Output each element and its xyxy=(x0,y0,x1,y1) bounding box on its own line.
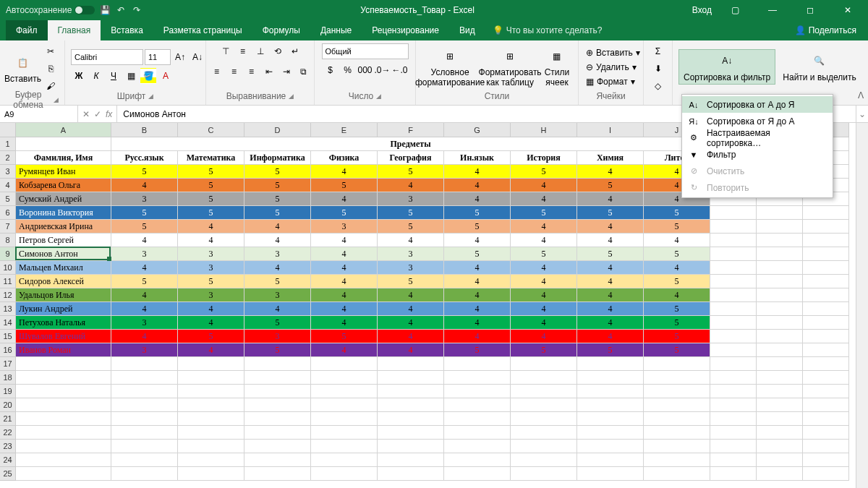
cell[interactable]: 4 xyxy=(378,316,444,330)
font-name-combo[interactable]: Calibri xyxy=(71,49,143,65)
autosave-toggle[interactable]: Автосохранение xyxy=(6,5,95,15)
format-cells-button[interactable]: ▦Формат▾ xyxy=(584,74,642,89)
cell[interactable] xyxy=(803,440,849,453)
cell[interactable] xyxy=(16,137,111,151)
cell[interactable] xyxy=(178,440,244,453)
cell[interactable] xyxy=(803,371,849,385)
cell[interactable]: 4 xyxy=(577,192,644,206)
cell[interactable]: 5 xyxy=(444,220,511,234)
row-header[interactable]: 4 xyxy=(0,179,16,192)
cell[interactable]: 5 xyxy=(577,247,644,261)
cell[interactable] xyxy=(511,426,577,440)
number-format-combo[interactable]: Общий xyxy=(322,43,409,59)
cell[interactable] xyxy=(244,440,311,453)
align-middle-icon[interactable]: ≡ xyxy=(235,43,251,59)
cell[interactable] xyxy=(757,220,803,234)
cell[interactable] xyxy=(511,453,577,467)
align-left-icon[interactable]: ≡ xyxy=(209,64,225,80)
dialog-launcher-icon[interactable]: ◢ xyxy=(376,93,381,100)
cell[interactable]: 5 xyxy=(311,206,378,220)
cell[interactable]: География xyxy=(378,151,444,165)
cell[interactable] xyxy=(16,398,111,412)
vertical-scrollbar[interactable] xyxy=(856,123,868,488)
cell[interactable] xyxy=(511,440,577,453)
cell[interactable]: 4 xyxy=(311,275,378,288)
cell[interactable]: 4 xyxy=(178,316,244,330)
cell[interactable]: 4 xyxy=(644,261,710,275)
cell[interactable]: 4 xyxy=(577,234,644,247)
cell[interactable]: 4 xyxy=(444,179,511,192)
cell[interactable]: 4 xyxy=(244,302,311,316)
cell[interactable]: История xyxy=(511,151,577,165)
row-header[interactable]: 1 xyxy=(0,137,16,151)
comma-icon[interactable]: 000 xyxy=(357,62,373,78)
fx-icon[interactable]: fx xyxy=(106,109,112,119)
cell[interactable]: Ин.язык xyxy=(444,151,511,165)
cell[interactable] xyxy=(244,412,311,426)
cell[interactable]: 4 xyxy=(378,343,444,357)
cell[interactable]: 4 xyxy=(577,330,644,343)
cell[interactable]: 4 xyxy=(577,288,644,302)
cell[interactable] xyxy=(757,453,803,467)
cell[interactable]: 5 xyxy=(244,343,311,357)
cell[interactable]: 5 xyxy=(444,247,511,261)
cell[interactable]: 4 xyxy=(244,234,311,247)
cell[interactable] xyxy=(710,275,757,288)
row-header[interactable]: 14 xyxy=(0,316,16,330)
cell[interactable]: 3 xyxy=(111,192,178,206)
cell[interactable]: 4 xyxy=(111,179,178,192)
cell[interactable] xyxy=(311,426,378,440)
row-header[interactable]: 13 xyxy=(0,302,16,316)
cell[interactable]: 5 xyxy=(178,179,244,192)
cell[interactable]: 3 xyxy=(244,247,311,261)
cell[interactable] xyxy=(178,453,244,467)
align-right-icon[interactable]: ≡ xyxy=(244,64,260,80)
cell[interactable] xyxy=(111,371,178,385)
cell[interactable] xyxy=(444,412,511,426)
cell[interactable]: 5 xyxy=(511,343,577,357)
cell[interactable] xyxy=(644,467,710,481)
column-header[interactable]: D xyxy=(244,123,311,137)
cell[interactable]: 4 xyxy=(577,165,644,179)
cell[interactable] xyxy=(16,357,111,371)
cell[interactable]: 4 xyxy=(444,302,511,316)
cell[interactable] xyxy=(378,426,444,440)
cell[interactable] xyxy=(378,357,444,371)
cell[interactable]: 3 xyxy=(378,247,444,261)
font-size-combo[interactable]: 11 xyxy=(145,49,171,65)
cell[interactable]: 5 xyxy=(378,275,444,288)
orientation-icon[interactable]: ⟲ xyxy=(270,43,286,59)
cell[interactable] xyxy=(644,412,710,426)
cell[interactable] xyxy=(244,453,311,467)
row-header[interactable]: 18 xyxy=(0,371,16,385)
cell[interactable] xyxy=(244,398,311,412)
expand-formula-icon[interactable]: ⌄ xyxy=(856,106,868,122)
cell[interactable] xyxy=(710,440,757,453)
cell[interactable] xyxy=(757,261,803,275)
cell[interactable] xyxy=(644,453,710,467)
currency-icon[interactable]: $ xyxy=(323,62,339,78)
cell[interactable]: 5 xyxy=(378,220,444,234)
cell[interactable]: 3 xyxy=(178,261,244,275)
cell[interactable] xyxy=(710,220,757,234)
delete-cells-button[interactable]: ⊖Удалить▾ xyxy=(584,60,642,74)
cell[interactable] xyxy=(178,357,244,371)
cell[interactable]: 5 xyxy=(178,275,244,288)
row-header[interactable]: 5 xyxy=(0,192,16,206)
cell[interactable] xyxy=(311,412,378,426)
autosum-icon[interactable]: Σ xyxy=(650,43,666,59)
cell[interactable]: 4 xyxy=(577,261,644,275)
cell[interactable]: 4 xyxy=(311,288,378,302)
cell[interactable]: 5 xyxy=(111,206,178,220)
cell[interactable] xyxy=(577,398,644,412)
cell[interactable]: 4 xyxy=(577,275,644,288)
cell[interactable] xyxy=(710,371,757,385)
cell[interactable]: 4 xyxy=(178,343,244,357)
border-icon[interactable]: ▦ xyxy=(123,68,139,84)
cell[interactable]: 3 xyxy=(378,192,444,206)
column-header[interactable]: C xyxy=(178,123,244,137)
cell[interactable]: 4 xyxy=(511,220,577,234)
cell[interactable]: Сидоров Алексей xyxy=(16,275,111,288)
cell[interactable] xyxy=(710,426,757,440)
row-header[interactable]: 20 xyxy=(0,398,16,412)
